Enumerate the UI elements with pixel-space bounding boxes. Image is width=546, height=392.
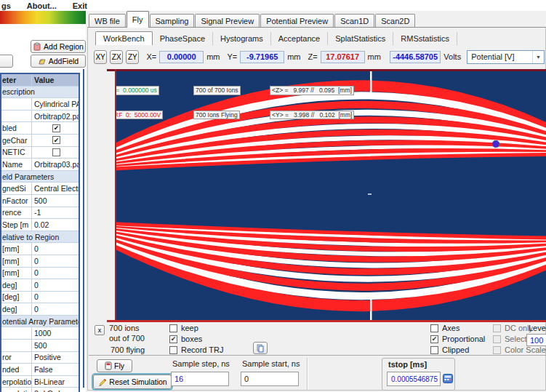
time-readout: t= 0.000000 us bbox=[115, 86, 159, 95]
parameter-value-cell[interactable]: 1000 bbox=[32, 327, 79, 339]
parameter-row: gnedSiCentral Electrode bbox=[1, 183, 79, 195]
level-label: Leve bbox=[529, 324, 546, 332]
menu-item-gs[interactable]: gs bbox=[1, 1, 11, 10]
parameter-value-cell[interactable]: 500 bbox=[32, 340, 79, 351]
level-input[interactable]: 100 bbox=[526, 334, 546, 346]
menu-item-exit[interactable]: Exit bbox=[73, 1, 87, 10]
checkbox-unchecked-icon[interactable] bbox=[52, 148, 60, 156]
checkbox-checked-icon[interactable] bbox=[169, 335, 177, 343]
tab-scan1d[interactable]: Scan1D bbox=[334, 14, 374, 28]
calculator-icon[interactable] bbox=[443, 374, 453, 383]
parameter-section-row: escription bbox=[1, 87, 79, 99]
menu-item-about[interactable]: About... bbox=[27, 1, 57, 10]
parameter-value-cell[interactable] bbox=[32, 122, 79, 134]
parameter-row: rorPositive bbox=[1, 352, 79, 364]
parameter-row: geChar bbox=[1, 135, 79, 147]
display-mode-dropdown[interactable]: Potential [V] ▼ bbox=[467, 50, 545, 64]
coordinate-toolbar: XY ZX ZY X= 0.00000 mm Y= -9.71965 mm Z=… bbox=[94, 48, 545, 65]
ions-flying-readout: 700 Ions Flying bbox=[193, 111, 240, 120]
parameter-value-cell[interactable]: 0 bbox=[32, 292, 79, 303]
x-coordinate-label: X= bbox=[146, 52, 156, 61]
subtab-workbench[interactable]: WorkBench bbox=[95, 31, 153, 45]
partial-field-button[interactable]: ld bbox=[0, 55, 13, 68]
parameter-value-cell[interactable]: Orbitrap03.pa bbox=[32, 159, 79, 170]
tab-signal-preview[interactable]: Signal Preview bbox=[195, 14, 260, 28]
parameter-value-cell[interactable]: 0 bbox=[32, 255, 79, 267]
parameter-value-cell[interactable]: -1 bbox=[32, 207, 79, 219]
parameter-row: [mm]0 bbox=[1, 255, 79, 268]
tab-wb-file[interactable]: WB file bbox=[89, 14, 126, 28]
checkbox-label: Color Scale bbox=[505, 345, 546, 354]
parameter-value-cell[interactable]: Orbitrap02.pa bbox=[32, 111, 79, 122]
parameter-value-cell[interactable]: 0 bbox=[32, 268, 79, 279]
parameter-value-cell[interactable]: 0 bbox=[32, 243, 79, 255]
checkbox-label: Clipped bbox=[442, 345, 469, 354]
parameter-value-cell[interactable]: 500 bbox=[32, 195, 79, 207]
reset-simulation-button[interactable]: Reset Simulation bbox=[93, 375, 172, 389]
tab-scan2d[interactable]: Scan2D bbox=[375, 14, 415, 28]
subtab-splatstatistics[interactable]: SplatStatistics bbox=[328, 32, 393, 45]
add-region-button[interactable]: Add Region bbox=[31, 40, 86, 53]
parameter-value-cell[interactable] bbox=[32, 135, 79, 146]
checkbox-checked-icon[interactable] bbox=[52, 136, 60, 144]
parameter-value-cell[interactable]: Bi-Linear bbox=[32, 376, 79, 388]
tab-potential-preview[interactable]: Potential Preview bbox=[260, 14, 334, 28]
parameter-value-cell[interactable]: 0 bbox=[32, 279, 79, 291]
trajectory-viewport[interactable]: t= 0.000000 us RF 0: 5000.00V 700 of 700… bbox=[115, 69, 546, 322]
checkbox-checked-icon[interactable] bbox=[430, 335, 438, 343]
parameter-row: ndedFalse bbox=[1, 364, 79, 376]
view-zy-button[interactable]: ZY bbox=[126, 50, 139, 64]
parameter-column-header: eter bbox=[1, 74, 32, 86]
checkbox-label: Record TRJ bbox=[181, 345, 223, 354]
z-coordinate-value: 17.07617 bbox=[321, 51, 365, 63]
sub-tab-bar: WorkBenchPhaseSpaceHystogramsAcceptanceS… bbox=[95, 31, 457, 45]
subtab-acceptance[interactable]: Acceptance bbox=[271, 32, 328, 45]
tab-sampling[interactable]: Sampling bbox=[150, 14, 195, 28]
ions-count-readout: 700 of 700 Ions bbox=[193, 86, 241, 95]
main-tab-bar: WB fileFlySamplingSignal PreviewPotentia… bbox=[89, 11, 416, 28]
parameter-row: [mm]0 bbox=[1, 243, 79, 255]
tstop-group: tstop [ms] 0.0005546875 bbox=[382, 358, 455, 391]
ion-count-overlay: 700 of 700 Ions 700 Ions Flying bbox=[193, 71, 241, 135]
checkbox-unchecked-icon[interactable] bbox=[169, 346, 177, 354]
checkbox-unchecked-icon[interactable] bbox=[430, 346, 438, 354]
add-field-button[interactable]: AddField bbox=[31, 55, 86, 68]
view-zx-button[interactable]: ZX bbox=[110, 50, 123, 64]
parameter-value-cell[interactable]: Cylindrical PA bbox=[32, 98, 79, 110]
parameter-value-cell[interactable]: 0.02 bbox=[32, 219, 79, 231]
parameter-name: deg] bbox=[1, 303, 32, 315]
sample-start-input[interactable]: 0 bbox=[241, 372, 299, 386]
fly-button[interactable]: Fly bbox=[97, 359, 132, 372]
parameter-value-cell[interactable]: 3-d Order bbox=[32, 388, 79, 392]
parameter-name: ror bbox=[1, 352, 32, 364]
parameter-name: deg] bbox=[1, 279, 32, 291]
color-scale-gradient-bar bbox=[0, 11, 86, 24]
parameter-value-cell[interactable]: Central Electrode bbox=[32, 183, 79, 194]
close-group-button[interactable]: x bbox=[95, 325, 105, 335]
parameter-value-cell[interactable]: 0 bbox=[32, 303, 79, 315]
parameter-value-cell[interactable]: Positive bbox=[32, 352, 79, 364]
record-trj-copy-button[interactable] bbox=[253, 342, 268, 354]
parameter-value-cell[interactable] bbox=[32, 147, 79, 159]
subtab-phasespace[interactable]: PhaseSpace bbox=[153, 32, 213, 45]
checkbox-unchecked-icon[interactable] bbox=[430, 324, 438, 332]
volts-label: Volts bbox=[443, 52, 461, 61]
tab-fly[interactable]: Fly bbox=[127, 11, 149, 28]
checkbox-label: Proportional bbox=[442, 335, 485, 343]
parameter-name bbox=[1, 111, 32, 122]
checkbox-unchecked-icon bbox=[493, 346, 501, 354]
panel-splitter[interactable] bbox=[83, 69, 84, 388]
subtab-rmsstatistics[interactable]: RMSstatistics bbox=[393, 32, 457, 45]
checkbox-unchecked-icon[interactable] bbox=[169, 324, 177, 332]
view-xy-button[interactable]: XY bbox=[94, 50, 107, 64]
ions-status-line3: 700 flying bbox=[111, 345, 145, 354]
parameter-value-cell[interactable]: False bbox=[32, 364, 79, 375]
sample-step-input[interactable]: 16 bbox=[171, 372, 229, 386]
parameter-name: NETIC bbox=[1, 147, 32, 159]
parameter-name: Name bbox=[1, 159, 32, 170]
tstop-input[interactable]: 0.0005546875 bbox=[387, 372, 441, 386]
parameter-row: nFactor500 bbox=[1, 195, 79, 207]
subtab-hystograms[interactable]: Hystograms bbox=[213, 32, 271, 45]
parameter-name bbox=[1, 327, 32, 339]
checkbox-checked-icon[interactable] bbox=[52, 124, 60, 132]
